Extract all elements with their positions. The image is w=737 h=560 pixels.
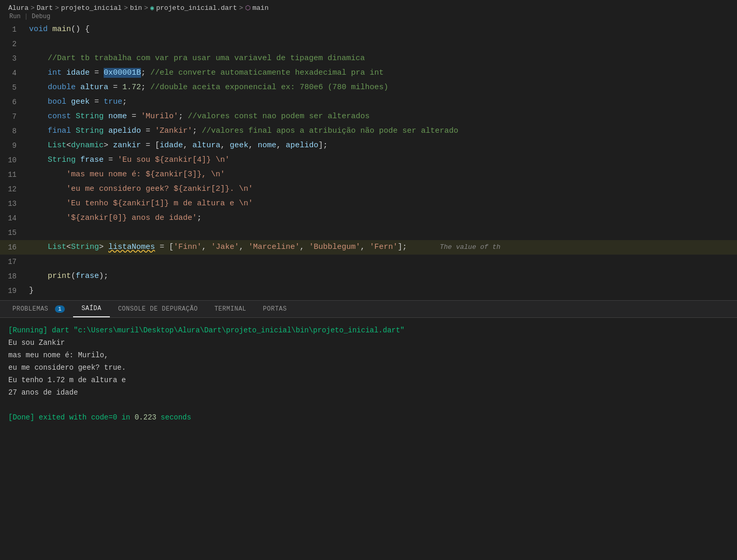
breadcrumb: Alura > Dart > projeto_inicial > bin > ◉…: [8, 4, 729, 12]
sep3: >: [124, 4, 128, 12]
line-number: 19: [0, 284, 25, 298]
run-button[interactable]: Run: [9, 13, 21, 20]
line-content: int idade = 0x00001B; //ele converte aut…: [25, 66, 737, 80]
line-number: 18: [0, 269, 25, 284]
line-content: String frase = 'Eu sou ${zankir[4]} \n': [25, 153, 737, 167]
tab-problemas-label: PROBLEMAS: [12, 305, 48, 313]
line-content: bool geek = true;: [25, 95, 737, 109]
line-content: 'Eu tenho ${zankir[1]} m de altura e \n': [25, 197, 737, 211]
tab-portas[interactable]: PORTAS: [254, 301, 295, 317]
code-line: 19 }: [0, 284, 737, 298]
line-number: 1: [0, 22, 25, 37]
output-line-2: mas meu nome é: Murilo,: [8, 349, 729, 361]
output-line-5: 27 anos de idade: [8, 386, 729, 399]
line-number: 17: [0, 255, 25, 269]
line-number: 9: [0, 138, 25, 153]
done-line: [Done] exited with code=0 in 0.223 secon…: [8, 411, 729, 424]
line-content: [25, 37, 737, 51]
tab-console-label: CONSOLE DE DEPURAÇÃO: [118, 305, 198, 313]
code-editor: 1 void main() { 2 3 //Dart tb trabalha c…: [0, 20, 737, 300]
line-content: void main() {: [25, 22, 737, 37]
line-number: 5: [0, 80, 25, 95]
code-line-16: 16 List<String> listaNomes = ['Finn', 'J…: [0, 240, 737, 255]
sep1: >: [31, 4, 35, 12]
sep4: >: [144, 4, 148, 12]
breadcrumb-projeto[interactable]: projeto_inicial: [61, 4, 122, 12]
code-line: 6 bool geek = true;: [0, 95, 737, 109]
line-number: 6: [0, 95, 25, 109]
code-line: 7 const String nome = 'Murilo'; //valore…: [0, 109, 737, 124]
output-line-3: eu me considero geek? true.: [8, 361, 729, 374]
tab-saida-label: SAÍDA: [81, 305, 102, 312]
line-content: List<dynamic> zankir = [idade, altura, g…: [25, 138, 737, 153]
line-content: 'eu me considero geek? ${zankir[2]}. \n': [25, 182, 737, 197]
line-content: double altura = 1.72; //double aceita ex…: [25, 80, 737, 95]
line-number: 7: [0, 109, 25, 124]
bottom-panel: PROBLEMAS 1 SAÍDA CONSOLE DE DEPURAÇÃO T…: [0, 300, 737, 515]
title-bar: Alura > Dart > projeto_inicial > bin > ◉…: [0, 0, 737, 20]
tab-console[interactable]: CONSOLE DE DEPURAÇÃO: [110, 301, 206, 317]
dart-file-icon: ◉: [150, 4, 154, 12]
line-content: 'mas meu nome é: ${zankir[3]}, \n': [25, 167, 737, 182]
breadcrumb-main[interactable]: main: [252, 4, 268, 12]
breadcrumb-dart[interactable]: Dart: [37, 4, 53, 12]
problems-badge: 1: [55, 305, 65, 313]
code-line: 18 print(frase);: [0, 269, 737, 284]
breadcrumb-bin[interactable]: bin: [130, 4, 142, 12]
output-empty-line: [8, 399, 729, 411]
code-line: 4 int idade = 0x00001B; //ele converte a…: [0, 66, 737, 80]
run-debug-bar: Run | Debug: [8, 13, 729, 20]
sep2: >: [55, 4, 59, 12]
code-line: 15: [0, 226, 737, 240]
line-number: 3: [0, 51, 25, 66]
output-line-4: Eu tenho 1.72 m de altura e: [8, 374, 729, 386]
sep5: >: [239, 4, 243, 12]
code-line: 1 void main() {: [0, 22, 737, 37]
line-number: 16: [0, 240, 25, 255]
line-number: 10: [0, 153, 25, 167]
panel-tabs: PROBLEMAS 1 SAÍDA CONSOLE DE DEPURAÇÃO T…: [0, 301, 737, 318]
line-number: 4: [0, 66, 25, 80]
breadcrumb-file[interactable]: projeto_inicial.dart: [156, 4, 237, 12]
line-content: //Dart tb trabalha com var pra usar uma …: [25, 51, 737, 66]
code-line: 14 '${zankir[0]} anos de idade';: [0, 211, 737, 226]
tab-problemas[interactable]: PROBLEMAS 1: [4, 301, 73, 317]
tab-terminal-label: TERMINAL: [215, 305, 247, 313]
line-content: final String apelido = 'Zankir'; //valor…: [25, 124, 737, 138]
line-number: 11: [0, 167, 25, 182]
run-debug-sep: |: [24, 13, 32, 20]
func-icon: ⬡: [245, 4, 250, 12]
line-content: const String nome = 'Murilo'; //valores …: [25, 109, 737, 124]
line-content: [25, 226, 737, 240]
code-line: 8 final String apelido = 'Zankir'; //val…: [0, 124, 737, 138]
line-content: '${zankir[0]} anos de idade';: [25, 211, 737, 226]
output-line-1: Eu sou Zankir: [8, 337, 729, 349]
line-number: 13: [0, 197, 25, 211]
code-line: 2: [0, 37, 737, 51]
terminal-output: [Running] dart "c:\Users\muril\Desktop\A…: [0, 318, 737, 515]
running-line: [Running] dart "c:\Users\muril\Desktop\A…: [8, 324, 729, 337]
line-number: 14: [0, 211, 25, 226]
code-line: 11 'mas meu nome é: ${zankir[3]}, \n': [0, 167, 737, 182]
line-content: print(frase);: [25, 269, 737, 284]
line-number: 8: [0, 124, 25, 138]
breadcrumb-alura[interactable]: Alura: [8, 4, 29, 12]
code-line: 3 //Dart tb trabalha com var pra usar um…: [0, 51, 737, 66]
code-line: 5 double altura = 1.72; //double aceita …: [0, 80, 737, 95]
tab-portas-label: PORTAS: [263, 305, 287, 313]
line-content: }: [25, 284, 737, 298]
line-content: List<String> listaNomes = ['Finn', 'Jake…: [25, 240, 737, 255]
line-number: 15: [0, 226, 25, 240]
code-line: 10 String frase = 'Eu sou ${zankir[4]} \…: [0, 153, 737, 167]
code-line: 9 List<dynamic> zankir = [idade, altura,…: [0, 138, 737, 153]
code-line: 12 'eu me considero geek? ${zankir[2]}. …: [0, 182, 737, 197]
code-line: 17: [0, 255, 737, 269]
tab-saida[interactable]: SAÍDA: [73, 301, 110, 317]
debug-button[interactable]: Debug: [32, 13, 50, 20]
code-line: 13 'Eu tenho ${zankir[1]} m de altura e …: [0, 197, 737, 211]
line-number: 2: [0, 37, 25, 51]
line-number: 12: [0, 182, 25, 197]
tab-terminal[interactable]: TERMINAL: [206, 301, 255, 317]
line-content: [25, 255, 737, 269]
